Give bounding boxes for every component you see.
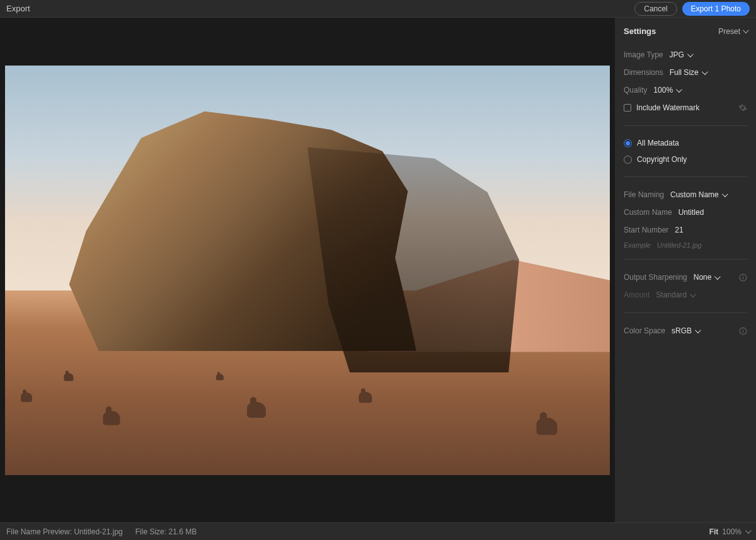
file-size: File Size: 21.6 MB <box>135 527 197 536</box>
chevron-down-icon <box>690 291 696 297</box>
chevron-down-icon <box>695 327 701 333</box>
sharpening-row: Output Sharpening None <box>624 270 747 285</box>
dimensions-label: Dimensions <box>624 68 663 77</box>
chevron-down-icon <box>676 86 682 93</box>
image-type-dropdown[interactable]: JPG <box>669 50 691 59</box>
amount-dropdown: Standard <box>656 290 694 299</box>
sharpening-dropdown[interactable]: None <box>694 273 719 282</box>
svg-rect-1 <box>743 277 743 279</box>
zoom-value: 100% <box>722 527 742 536</box>
main-area: Settings Preset Image Type JPG Dimension… <box>0 18 756 522</box>
metadata-copyright-row[interactable]: Copyright Only <box>624 152 747 166</box>
header-buttons: Cancel Export 1 Photo <box>634 2 750 16</box>
example-label: Example <box>624 241 651 249</box>
divider <box>624 313 747 313</box>
metadata-all-label: All Metadata <box>637 139 679 147</box>
chevron-down-icon <box>745 527 752 534</box>
watermark-label: Include Watermark <box>636 103 699 112</box>
zoom-control[interactable]: Fit 100% <box>709 527 750 536</box>
window-title: Export <box>6 4 30 13</box>
info-icon[interactable] <box>739 273 747 282</box>
metadata-all-row[interactable]: All Metadata <box>624 136 747 150</box>
image-type-label: Image Type <box>624 50 663 59</box>
fit-label: Fit <box>709 527 719 536</box>
svg-rect-5 <box>743 329 743 330</box>
file-naming-label: File Naming <box>624 190 664 199</box>
header-bar: Export Cancel Export 1 Photo <box>0 0 756 18</box>
quality-row: Quality 100% <box>624 83 747 98</box>
color-space-row: Color Space sRGB <box>624 323 747 338</box>
sharpening-label: Output Sharpening <box>624 273 687 282</box>
chevron-down-icon <box>702 69 708 75</box>
start-number-input[interactable] <box>675 226 738 234</box>
cancel-button[interactable]: Cancel <box>634 2 677 16</box>
export-button[interactable]: Export 1 Photo <box>682 2 750 16</box>
quality-dropdown[interactable]: 100% <box>653 86 680 95</box>
file-preview: File Name Preview: Untitled-21.jpg <box>6 527 123 536</box>
footer-bar: File Name Preview: Untitled-21.jpg File … <box>0 522 756 540</box>
amount-label: Amount <box>624 290 650 299</box>
divider <box>624 259 747 260</box>
chevron-down-icon <box>714 273 721 280</box>
watermark-row: Include Watermark <box>624 100 747 115</box>
custom-name-label: Custom Name <box>624 208 672 217</box>
preset-label: Preset <box>718 27 740 36</box>
image-type-row: Image Type JPG <box>624 47 747 62</box>
example-value: Untitled-21.jpg <box>657 241 702 249</box>
svg-rect-2 <box>743 275 743 276</box>
divider <box>624 125 747 126</box>
settings-header: Settings Preset <box>624 26 747 36</box>
metadata-all-radio[interactable] <box>624 139 632 147</box>
chevron-down-icon <box>722 191 728 197</box>
example-row: Example Untitled-21.jpg <box>624 241 747 249</box>
divider <box>624 176 747 177</box>
dimensions-row: Dimensions Full Size <box>624 65 747 80</box>
custom-name-row: Custom Name <box>624 205 747 220</box>
metadata-copyright-radio[interactable] <box>624 156 632 164</box>
info-icon[interactable] <box>739 327 747 335</box>
settings-title: Settings <box>624 26 656 36</box>
svg-rect-4 <box>743 330 743 333</box>
file-naming-row: File Naming Custom Name <box>624 187 747 202</box>
watermark-checkbox[interactable] <box>624 104 631 112</box>
settings-panel: Settings Preset Image Type JPG Dimension… <box>615 18 756 522</box>
amount-row: Amount Standard <box>624 287 747 302</box>
color-space-label: Color Space <box>624 326 665 335</box>
chevron-down-icon <box>743 27 749 33</box>
color-space-dropdown[interactable]: sRGB <box>672 326 699 335</box>
metadata-copyright-label: Copyright Only <box>637 155 687 164</box>
custom-name-input[interactable] <box>679 208 742 217</box>
dimensions-dropdown[interactable]: Full Size <box>670 68 706 77</box>
start-number-row: Start Number <box>624 222 747 238</box>
preset-dropdown[interactable]: Preset <box>718 27 747 36</box>
photo-preview[interactable] <box>5 66 610 475</box>
preview-area <box>0 18 615 522</box>
start-number-label: Start Number <box>624 226 668 234</box>
gear-icon[interactable] <box>738 103 747 112</box>
file-naming-dropdown[interactable]: Custom Name <box>670 190 726 199</box>
chevron-down-icon <box>687 51 694 57</box>
quality-label: Quality <box>624 86 647 95</box>
